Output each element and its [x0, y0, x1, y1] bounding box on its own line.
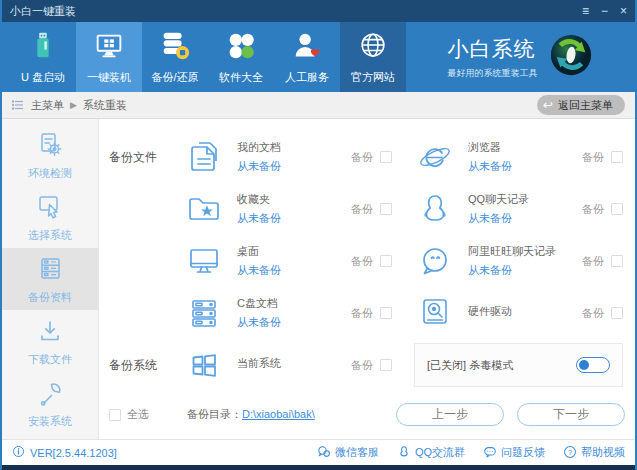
backup-checkbox-c-drive[interactable] [380, 307, 392, 319]
group-label-backup-files: 备份文件 [109, 149, 183, 166]
backup-checkbox-drivers[interactable] [611, 307, 623, 319]
item-title: 浏览器 [468, 140, 564, 155]
item-title: 我的文档 [237, 140, 333, 155]
sidebar-item-label: 下载文件 [28, 352, 72, 367]
nav-item-backup-restore[interactable]: 备份/还原 [142, 22, 208, 92]
qq-penguin-icon [414, 189, 456, 229]
breadcrumb-current: 系统重装 [83, 98, 127, 113]
backup-checkbox-desktop[interactable] [380, 255, 392, 267]
browser-icon [414, 137, 456, 177]
sidebar-item-label: 安装系统 [28, 414, 72, 429]
desktop-icon [183, 241, 225, 281]
select-all-label: 全选 [127, 407, 149, 422]
help-video-link[interactable]: ? 帮助视频 [563, 445, 625, 461]
item-status-link[interactable]: 从未备份 [468, 159, 564, 174]
backup-label: 备份 [351, 150, 373, 165]
sidebar-item-backup-data[interactable]: 备份资料 [2, 248, 98, 310]
close-icon[interactable]: × [620, 5, 627, 17]
item-status-link[interactable]: 从未备份 [468, 211, 564, 226]
usb-drive-icon [26, 29, 60, 65]
nav-item-one-click-install[interactable]: 一键装机 [76, 22, 142, 92]
select-all-checkbox[interactable] [109, 409, 121, 421]
sidebar-item-label: 选择系统 [28, 228, 72, 243]
toggle-knob [579, 360, 589, 370]
sidebar-item-choose-system[interactable]: 选择系统 [2, 186, 98, 248]
backup-label: 备份 [351, 306, 373, 321]
monitor-windows-icon [92, 29, 126, 65]
sidebar-item-install-system[interactable]: 安装系统 [2, 372, 98, 434]
person-heart-icon [290, 29, 324, 65]
version-text: VER[2.5.44.1203] [30, 447, 117, 459]
qq-small-icon [397, 445, 411, 461]
backup-item-wangwang-chat: 阿里旺旺聊天记录 从未备份 备份 [414, 241, 625, 281]
item-title: C盘文档 [237, 296, 333, 311]
item-title: QQ聊天记录 [468, 192, 564, 207]
backup-checkbox-qq-chat[interactable] [611, 203, 623, 215]
sidebar-item-download-files[interactable]: 下载文件 [2, 310, 98, 372]
server-stack-icon [183, 293, 225, 333]
menu-icon[interactable]: ≡ [582, 5, 589, 17]
nav-item-usb-boot[interactable]: U 盘启动 [10, 22, 76, 92]
app-window: 小白一键重装 ≡ − × U 盘启动 一键装机 备份/还原 [0, 0, 637, 470]
bottom-controls: 全选 备份目录：D:\xiaobai\bak\ 上一步 下一步 [109, 403, 625, 426]
item-status-link[interactable]: 从未备份 [237, 211, 333, 226]
backup-checkbox-wangwang[interactable] [611, 255, 623, 267]
backup-item-my-documents: 我的文档 从未备份 备份 [183, 137, 414, 177]
backup-checkbox-my-documents[interactable] [380, 151, 392, 163]
backup-data-icon [35, 254, 65, 286]
sidebar-item-env-check[interactable]: 环境检测 [2, 124, 98, 186]
brand-logo-icon [548, 32, 594, 82]
qq-group-link[interactable]: QQ交流群 [397, 445, 465, 461]
feedback-bubble-icon [483, 445, 497, 461]
item-status-link[interactable]: 从未备份 [237, 263, 333, 278]
title-bar: 小白一键重装 ≡ − × [2, 0, 635, 22]
database-icon [158, 29, 192, 65]
nav-item-label: 备份/还原 [151, 70, 198, 85]
backup-checkbox-current-system[interactable] [380, 359, 392, 371]
back-button-label: 返回主菜单 [558, 98, 613, 113]
backup-checkbox-browser[interactable] [611, 151, 623, 163]
nav-item-label: 软件大全 [219, 70, 263, 85]
nav-item-official-site[interactable]: 官方网站 [340, 22, 406, 92]
brand-name: 小白系统 [448, 35, 538, 63]
wechat-icon [317, 445, 331, 461]
previous-step-button[interactable]: 上一步 [396, 403, 504, 426]
documents-icon [183, 137, 225, 177]
minimize-icon[interactable]: − [601, 5, 608, 17]
item-title: 当前系统 [237, 356, 333, 371]
item-title: 阿里旺旺聊天记录 [468, 244, 564, 259]
nav-item-software[interactable]: 软件大全 [208, 22, 274, 92]
svg-text:?: ? [568, 447, 572, 456]
backup-panel: 备份文件 我的文档 从未备份 备份 浏览器 [99, 119, 635, 439]
backup-item-c-drive-docs: C盘文档 从未备份 备份 [183, 293, 414, 333]
feedback-link[interactable]: 问题反馈 [483, 445, 545, 461]
item-title: 桌面 [237, 244, 333, 259]
item-status-link[interactable]: 从未备份 [468, 263, 564, 278]
brand-area: 小白系统 最好用的系统重装工具 [406, 22, 635, 92]
env-check-icon [35, 130, 65, 162]
backup-checkbox-favorites[interactable] [380, 203, 392, 215]
group-label-backup-system: 备份系统 [109, 357, 183, 374]
next-step-button[interactable]: 下一步 [517, 403, 625, 426]
status-link-label: 帮助视频 [581, 445, 625, 460]
nav-item-label: 人工服务 [285, 70, 329, 85]
list-menu-icon [12, 99, 24, 111]
backup-item-current-system: 当前系统 备份 [183, 345, 414, 385]
window-controls: ≡ − × [582, 5, 627, 17]
backup-dir-link[interactable]: D:\xiaobai\bak\ [242, 408, 315, 420]
item-title: 收藏夹 [237, 192, 333, 207]
sidebar-item-label: 备份资料 [28, 290, 72, 305]
antivirus-toggle[interactable] [576, 357, 610, 373]
wechat-support-link[interactable]: 微信客服 [317, 445, 379, 461]
item-status-link[interactable]: 从未备份 [237, 315, 333, 330]
backup-dir-label: 备份目录： [187, 408, 242, 420]
backup-label: 备份 [582, 306, 604, 321]
status-link-label: QQ交流群 [415, 445, 465, 460]
nav-item-support[interactable]: 人工服务 [274, 22, 340, 92]
breadcrumb-root[interactable]: 主菜单 [31, 98, 64, 113]
wangwang-bubble-icon [414, 241, 456, 281]
wrench-icon [35, 378, 65, 410]
breadcrumb: 主菜单 ▶ 系统重装 ↩ 返回主菜单 [2, 92, 635, 119]
item-status-link[interactable]: 从未备份 [237, 159, 333, 174]
back-to-main-menu-button[interactable]: ↩ 返回主菜单 [537, 95, 625, 115]
